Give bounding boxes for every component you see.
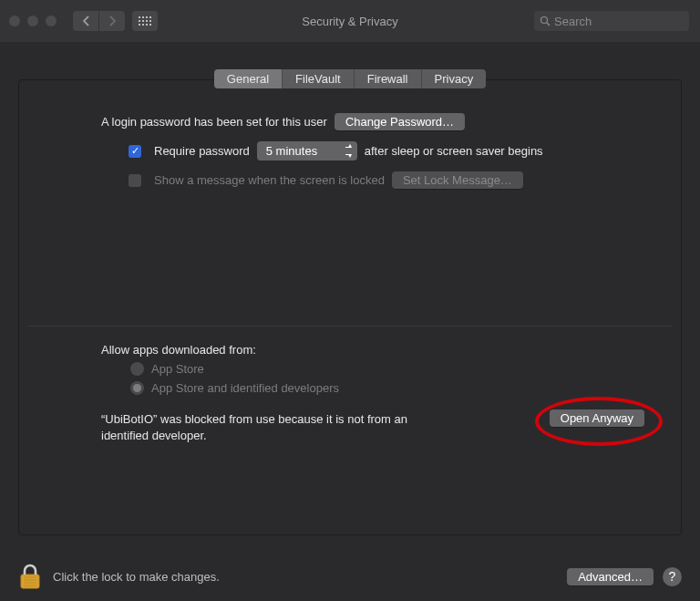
blocked-app-message: “UbiBotIO” was blocked from use because …: [101, 411, 429, 443]
set-lock-message-button: Set Lock Message…: [392, 171, 523, 189]
show-message-label: Show a message when the screen is locked: [154, 173, 385, 187]
close-window-icon[interactable]: [9, 16, 20, 26]
tab-privacy[interactable]: Privacy: [422, 69, 487, 88]
svg-point-0: [541, 17, 548, 24]
back-button[interactable]: [73, 11, 98, 31]
show-message-checkbox: [129, 174, 141, 187]
tab-general[interactable]: General: [214, 69, 283, 88]
allow-apps-section: Allow apps downloaded from: App Store Ap…: [19, 326, 681, 443]
minimize-window-icon[interactable]: [27, 16, 38, 26]
require-password-label: Require password: [154, 144, 250, 158]
change-password-button[interactable]: Change Password…: [335, 113, 465, 130]
content-frame: A login password has been set for this u…: [18, 79, 682, 535]
lock-hint-text: Click the lock to make changes.: [53, 570, 220, 584]
grid-icon: [139, 16, 151, 26]
allow-apps-heading: Allow apps downloaded from:: [101, 343, 644, 357]
zoom-window-icon[interactable]: [46, 16, 57, 26]
login-password-set-label: A login password has been set for this u…: [101, 115, 327, 129]
window-controls: [9, 16, 57, 26]
chevron-down-icon: ▾: [348, 152, 352, 160]
svg-line-1: [547, 23, 550, 26]
chevron-left-icon: [82, 16, 90, 26]
radio-identified-developers-label: App Store and identified developers: [151, 381, 339, 395]
window-title: Security & Privacy: [302, 15, 397, 28]
search-placeholder: Search: [554, 15, 592, 28]
login-section: A login password has been set for this u…: [19, 113, 681, 189]
advanced-button[interactable]: Advanced…: [567, 568, 654, 585]
tab-bar: General FileVault Firewall Privacy: [0, 69, 700, 88]
footer: Click the lock to make changes. Advanced…: [18, 563, 682, 590]
radio-app-store-label: App Store: [151, 362, 204, 376]
require-delay-value: 5 minutes: [266, 144, 317, 158]
search-field[interactable]: Search: [534, 11, 689, 31]
lock-icon[interactable]: [18, 563, 42, 590]
chevron-right-icon: [108, 16, 117, 26]
forward-button[interactable]: [99, 11, 125, 31]
require-delay-select[interactable]: 5 minutes ▴ ▾: [257, 141, 357, 161]
tab-firewall[interactable]: Firewall: [355, 69, 422, 88]
tab-filevault[interactable]: FileVault: [283, 69, 355, 88]
nav-buttons: [73, 11, 125, 31]
radio-identified-developers: [130, 381, 144, 395]
titlebar: Security & Privacy Search: [0, 0, 700, 42]
open-anyway-button[interactable]: Open Anyway: [550, 409, 644, 427]
svg-rect-2: [21, 575, 39, 588]
help-button[interactable]: ?: [663, 567, 682, 586]
radio-app-store: [130, 362, 144, 376]
show-all-button[interactable]: [132, 11, 158, 31]
search-icon: [540, 16, 551, 26]
chevron-up-icon: ▴: [348, 142, 352, 150]
require-password-checkbox[interactable]: [129, 145, 141, 158]
after-sleep-label: after sleep or screen saver begins: [365, 144, 543, 158]
